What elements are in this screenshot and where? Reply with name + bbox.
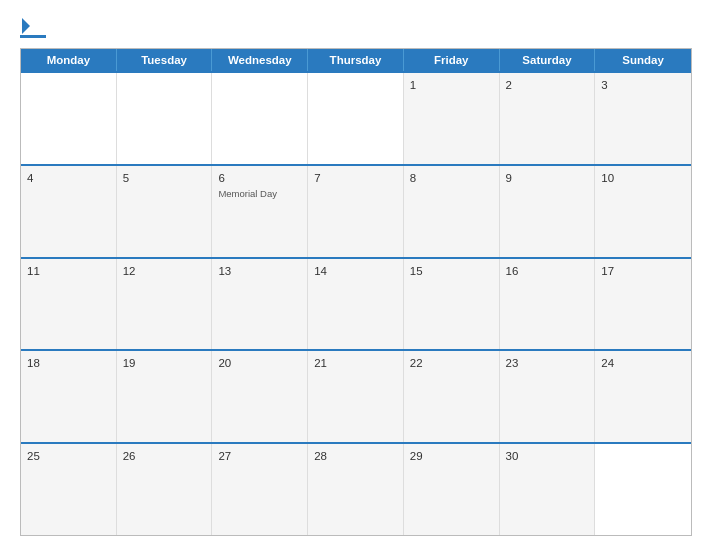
calendar-cell: 20 bbox=[212, 351, 308, 442]
calendar-cell: 15 bbox=[404, 259, 500, 350]
calendar-cell: 12 bbox=[117, 259, 213, 350]
calendar-cell: 29 bbox=[404, 444, 500, 535]
calendar-cell: 19 bbox=[117, 351, 213, 442]
calendar-cell: 11 bbox=[21, 259, 117, 350]
day-number: 12 bbox=[123, 264, 206, 279]
calendar-week-1: 456Memorial Day78910 bbox=[21, 164, 691, 257]
day-number: 1 bbox=[410, 78, 493, 93]
col-header-thursday: Thursday bbox=[308, 49, 404, 71]
day-number: 24 bbox=[601, 356, 685, 371]
day-number: 7 bbox=[314, 171, 397, 186]
col-header-sunday: Sunday bbox=[595, 49, 691, 71]
calendar-cell: 25 bbox=[21, 444, 117, 535]
day-number: 29 bbox=[410, 449, 493, 464]
calendar-cell: 8 bbox=[404, 166, 500, 257]
day-number: 16 bbox=[506, 264, 589, 279]
logo-underline bbox=[20, 35, 46, 38]
day-number: 19 bbox=[123, 356, 206, 371]
header bbox=[20, 18, 692, 38]
day-number: 13 bbox=[218, 264, 301, 279]
calendar-week-4: 252627282930 bbox=[21, 442, 691, 535]
day-number: 11 bbox=[27, 264, 110, 279]
calendar-week-0: 123 bbox=[21, 71, 691, 164]
calendar-cell: 17 bbox=[595, 259, 691, 350]
col-header-saturday: Saturday bbox=[500, 49, 596, 71]
day-number: 6 bbox=[218, 171, 301, 186]
calendar-cell bbox=[308, 73, 404, 164]
col-header-monday: Monday bbox=[21, 49, 117, 71]
calendar-week-2: 11121314151617 bbox=[21, 257, 691, 350]
calendar-cell bbox=[117, 73, 213, 164]
logo-triangle-icon bbox=[22, 18, 30, 34]
calendar-cell: 21 bbox=[308, 351, 404, 442]
day-number: 8 bbox=[410, 171, 493, 186]
col-header-wednesday: Wednesday bbox=[212, 49, 308, 71]
calendar-cell: 6Memorial Day bbox=[212, 166, 308, 257]
day-number: 27 bbox=[218, 449, 301, 464]
calendar-cell: 30 bbox=[500, 444, 596, 535]
calendar-cell: 3 bbox=[595, 73, 691, 164]
day-number: 21 bbox=[314, 356, 397, 371]
calendar-cell: 27 bbox=[212, 444, 308, 535]
calendar-cell bbox=[595, 444, 691, 535]
calendar-cell: 10 bbox=[595, 166, 691, 257]
day-number: 22 bbox=[410, 356, 493, 371]
calendar-cell bbox=[212, 73, 308, 164]
day-number: 23 bbox=[506, 356, 589, 371]
calendar-cell: 24 bbox=[595, 351, 691, 442]
col-header-tuesday: Tuesday bbox=[117, 49, 213, 71]
day-number: 14 bbox=[314, 264, 397, 279]
day-number: 28 bbox=[314, 449, 397, 464]
day-number: 9 bbox=[506, 171, 589, 186]
day-number: 20 bbox=[218, 356, 301, 371]
calendar-cell: 23 bbox=[500, 351, 596, 442]
calendar-cell: 22 bbox=[404, 351, 500, 442]
day-number: 26 bbox=[123, 449, 206, 464]
event-label: Memorial Day bbox=[218, 188, 301, 199]
calendar-cell: 28 bbox=[308, 444, 404, 535]
calendar-page: MondayTuesdayWednesdayThursdayFridaySatu… bbox=[0, 0, 712, 550]
day-number: 25 bbox=[27, 449, 110, 464]
calendar-cell: 5 bbox=[117, 166, 213, 257]
day-number: 2 bbox=[506, 78, 589, 93]
day-number: 15 bbox=[410, 264, 493, 279]
day-number: 18 bbox=[27, 356, 110, 371]
calendar-cell: 14 bbox=[308, 259, 404, 350]
calendar-cell: 1 bbox=[404, 73, 500, 164]
day-number: 4 bbox=[27, 171, 110, 186]
day-number: 3 bbox=[601, 78, 685, 93]
logo bbox=[20, 18, 48, 38]
calendar-cell: 7 bbox=[308, 166, 404, 257]
day-number: 5 bbox=[123, 171, 206, 186]
col-header-friday: Friday bbox=[404, 49, 500, 71]
calendar-week-3: 18192021222324 bbox=[21, 349, 691, 442]
calendar-cell bbox=[21, 73, 117, 164]
calendar: MondayTuesdayWednesdayThursdayFridaySatu… bbox=[20, 48, 692, 536]
day-number: 30 bbox=[506, 449, 589, 464]
calendar-cell: 9 bbox=[500, 166, 596, 257]
calendar-cell: 4 bbox=[21, 166, 117, 257]
calendar-header-row: MondayTuesdayWednesdayThursdayFridaySatu… bbox=[21, 49, 691, 71]
calendar-cell: 16 bbox=[500, 259, 596, 350]
calendar-cell: 18 bbox=[21, 351, 117, 442]
calendar-cell: 13 bbox=[212, 259, 308, 350]
calendar-body: 123456Memorial Day7891011121314151617181… bbox=[21, 71, 691, 535]
day-number: 10 bbox=[601, 171, 685, 186]
calendar-cell: 2 bbox=[500, 73, 596, 164]
day-number: 17 bbox=[601, 264, 685, 279]
calendar-cell: 26 bbox=[117, 444, 213, 535]
